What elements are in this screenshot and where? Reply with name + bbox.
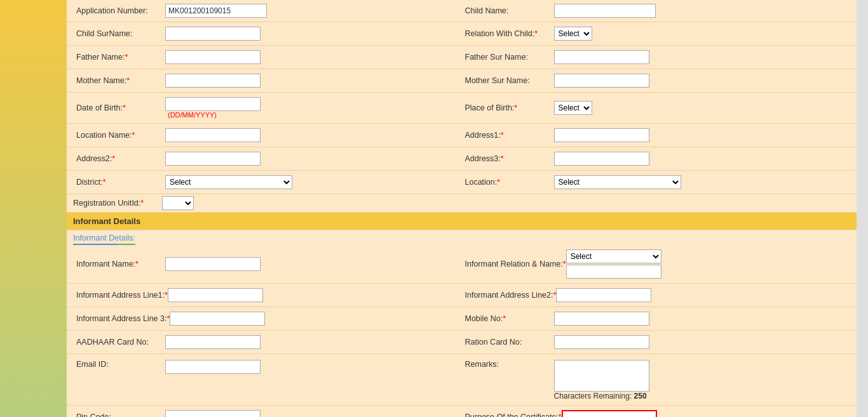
relation-label: Relation With Child:*	[465, 29, 554, 38]
dob-label: Date of Birth:*	[76, 103, 165, 112]
child-surname-label: Child SurName:	[76, 29, 165, 38]
inf-addr1-label: Informant Address Line1:*	[76, 291, 168, 300]
father-surname-label: Father Sur Name:	[465, 53, 554, 62]
dob-hint: (DD/MM/YYYY)	[168, 111, 261, 119]
inf-addr3-label: Informant Address Line 3:*	[76, 314, 170, 323]
chars-remaining-label: Characters Remaining:	[554, 392, 632, 400]
addr1-input[interactable]	[554, 128, 649, 142]
father-surname-cell: Father Sur Name:	[462, 48, 851, 66]
father-surname-input[interactable]	[554, 50, 649, 64]
row-inf-addr1-addr2: Informant Address Line1:* Informant Addr…	[67, 284, 857, 307]
mother-surname-input[interactable]	[554, 74, 649, 88]
pob-label: Place of Birth:*	[465, 103, 554, 112]
district-label: District:*	[76, 178, 165, 187]
location2-select[interactable]: Select	[554, 175, 681, 189]
child-name-input[interactable]	[554, 4, 656, 18]
pincode-input[interactable]	[165, 410, 261, 417]
informant-header-text: Informant Details	[73, 216, 140, 226]
mobile-input[interactable]	[554, 312, 649, 326]
inf-name-input[interactable]	[165, 257, 261, 271]
reg-unit-row: Registration UnitId:*	[67, 194, 857, 213]
email-input[interactable]	[165, 360, 261, 374]
mother-name-cell: Mother Name:*	[73, 72, 462, 89]
inf-relation-container: Select	[566, 249, 661, 279]
informant-section-header: Informant Details	[67, 213, 857, 230]
informant-sub-header: Informant Details:	[67, 230, 857, 245]
app-number-input[interactable]	[165, 4, 267, 18]
child-surname-input[interactable]	[165, 27, 261, 41]
aadhaar-input[interactable]	[165, 335, 261, 349]
row-email-remarks: Email ID: Remarks: Characters Remaining:…	[67, 354, 857, 406]
inf-relation-input[interactable]	[566, 265, 661, 279]
addr1-cell: Address1:*	[462, 126, 851, 144]
ration-cell: Ration Card No:	[462, 333, 851, 351]
pincode-label: Pin Code:	[76, 413, 165, 417]
dob-input[interactable]	[165, 97, 261, 111]
remarks-textarea[interactable]	[554, 360, 649, 392]
addr3-cell: Address3:*	[462, 150, 851, 168]
remarks-cell: Remarks: Characters Remaining: 250	[462, 357, 851, 402]
row-dob-pob: Date of Birth:* (DD/MM/YYYY) Place of Bi…	[67, 93, 857, 124]
left-sidebar	[0, 0, 67, 417]
inf-relation-select[interactable]: Select	[566, 249, 661, 263]
remarks-label: Remarks:	[465, 360, 554, 369]
relation-cell: Relation With Child:* Select	[462, 25, 851, 43]
row-inf-addr3-mobile: Informant Address Line 3:* Mobile No:*	[67, 307, 857, 331]
father-name-input[interactable]	[165, 50, 261, 64]
inf-relation-cell: Informant Relation & Name:* Select	[462, 248, 851, 281]
reg-unit-select[interactable]	[162, 196, 194, 210]
app-number-cell: Application Number:	[73, 2, 462, 20]
row-pincode-purpose: Pin Code: Purpose Of the Certificate:*	[67, 406, 857, 417]
scrollbar[interactable]	[857, 0, 868, 417]
child-name-cell: Child Name:	[462, 2, 851, 20]
informant-sub-label: Informant Details:	[73, 234, 135, 245]
app-number-label: Application Number:	[76, 6, 165, 15]
inf-addr1-input[interactable]	[168, 288, 263, 302]
addr2-input[interactable]	[165, 152, 261, 166]
purpose-label: Purpose Of the Certificate:*	[465, 413, 562, 417]
row-aadhaar-ration: AADHAAR Card No: Ration Card No:	[67, 331, 857, 354]
inf-addr3-input[interactable]	[170, 312, 265, 326]
row-surname-relation: Child SurName: Relation With Child:* Sel…	[67, 22, 857, 46]
reg-unit-label: Registration UnitId:*	[73, 199, 162, 208]
main-content: Application Number: Child Name: Child Su…	[67, 0, 857, 417]
email-cell: Email ID:	[73, 357, 462, 376]
mother-surname-label: Mother Sur Name:	[465, 76, 554, 85]
ration-input[interactable]	[554, 335, 649, 349]
inf-relation-label: Informant Relation & Name:*	[465, 260, 566, 268]
inf-addr2-input[interactable]	[556, 288, 651, 302]
addr3-label: Address3:*	[465, 154, 554, 163]
addr1-label: Address1:*	[465, 131, 554, 140]
row-district-location: District:* Select Location:* Select	[67, 171, 857, 194]
addr3-input[interactable]	[554, 152, 649, 166]
district-cell: District:* Select	[73, 173, 462, 191]
aadhaar-label: AADHAAR Card No:	[76, 338, 165, 347]
row-addr2-addr3: Address2:* Address3:*	[67, 147, 857, 171]
top-row: Application Number: Child Name:	[67, 0, 857, 22]
row-inf-name-relation: Informant Name:* Informant Relation & Na…	[67, 245, 857, 284]
child-name-label: Child Name:	[465, 6, 554, 15]
inf-name-cell: Informant Name:*	[73, 255, 462, 273]
mother-name-input[interactable]	[165, 74, 261, 88]
mother-surname-cell: Mother Sur Name:	[462, 72, 851, 89]
location2-cell: Location:* Select	[462, 173, 851, 191]
father-name-cell: Father Name:*	[73, 48, 462, 66]
purpose-input[interactable]	[562, 410, 657, 417]
inf-name-label: Informant Name:*	[76, 260, 165, 268]
inf-addr2-label: Informant Address Line2:*	[465, 291, 557, 300]
aadhaar-cell: AADHAAR Card No:	[73, 333, 462, 351]
addr2-cell: Address2:*	[73, 150, 462, 168]
row-location-addr1: Location Name:* Address1:*	[67, 124, 857, 147]
location-input[interactable]	[165, 128, 261, 142]
inf-addr3-cell: Informant Address Line 3:*	[73, 310, 462, 328]
pob-select[interactable]: Select	[554, 101, 592, 115]
mobile-cell: Mobile No:*	[462, 310, 851, 328]
pob-cell: Place of Birth:* Select	[462, 99, 851, 117]
dob-cell: Date of Birth:* (DD/MM/YYYY)	[73, 95, 462, 121]
inf-addr2-cell: Informant Address Line2:*	[462, 286, 851, 304]
district-select[interactable]: Select	[165, 175, 292, 189]
relation-select[interactable]: Select	[554, 27, 592, 41]
inf-addr1-cell: Informant Address Line1:*	[73, 286, 462, 304]
email-label: Email ID:	[76, 360, 165, 369]
remarks-container: Characters Remaining: 250	[554, 360, 649, 400]
